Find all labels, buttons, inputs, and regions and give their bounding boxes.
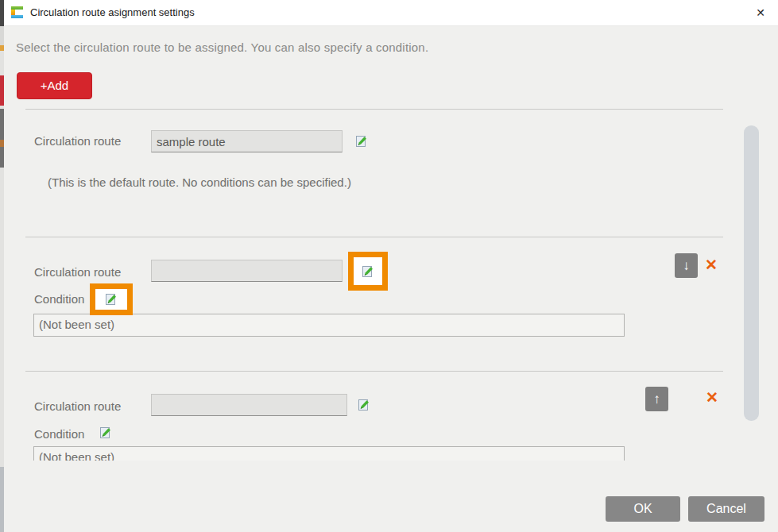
section-divider (25, 371, 723, 372)
edit-route-icon[interactable] (358, 399, 370, 411)
condition-label: Condition (34, 292, 84, 306)
route-label: Circulation route (34, 265, 121, 279)
section-divider (25, 237, 723, 237)
edit-condition-icon[interactable] (99, 426, 112, 439)
strip-segment (0, 109, 4, 140)
strip-segment (0, 140, 4, 147)
add-button[interactable]: +Add (17, 72, 92, 99)
route-input-2[interactable] (151, 260, 343, 282)
logo-bar-blue (11, 15, 23, 18)
strip-segment (0, 467, 4, 532)
route-input-3[interactable] (151, 394, 347, 416)
condition-value-box: (Not been set) (33, 446, 625, 461)
app-logo-icon (11, 6, 24, 19)
logo-bar-yellow (11, 10, 15, 15)
move-up-button[interactable]: ↑ (645, 387, 668, 411)
strip-segment (0, 147, 4, 168)
edit-route-icon[interactable] (362, 265, 374, 278)
strip-segment (0, 26, 4, 45)
scrollbar-thumb[interactable] (744, 125, 759, 421)
delete-icon[interactable]: ✕ (706, 390, 718, 405)
annotation-highlight-route-edit (348, 252, 388, 291)
dialog-circulation-route-settings: Circulation route asignment settings ✕ S… (0, 0, 778, 532)
delete-icon[interactable]: ✕ (705, 257, 718, 272)
ok-button[interactable]: OK (606, 496, 680, 522)
background-window-strip (0, 0, 4, 532)
cancel-button[interactable]: Cancel (688, 496, 764, 522)
edit-route-icon[interactable] (355, 135, 368, 148)
section-divider (25, 109, 723, 110)
route-label: Circulation route (34, 399, 121, 413)
strip-segment (0, 75, 4, 106)
strip-segment (0, 0, 4, 26)
title-bar: Circulation route asignment settings ✕ (4, 0, 778, 26)
route-label: Circulation route (34, 134, 121, 148)
window-title: Circulation route asignment settings (30, 6, 195, 18)
close-icon[interactable]: ✕ (753, 5, 768, 21)
move-down-button[interactable]: ↓ (675, 253, 698, 278)
strip-segment (0, 45, 4, 51)
route-input-default[interactable] (151, 130, 343, 152)
annotation-highlight-condition-edit (90, 283, 133, 315)
default-route-note: (This is the default route. No condition… (48, 175, 351, 189)
intro-text: Select the circulation route to be assig… (16, 40, 428, 54)
edit-condition-icon[interactable] (105, 293, 118, 306)
condition-label: Condition (34, 427, 84, 441)
condition-value-box: (Not been set) (33, 314, 625, 337)
